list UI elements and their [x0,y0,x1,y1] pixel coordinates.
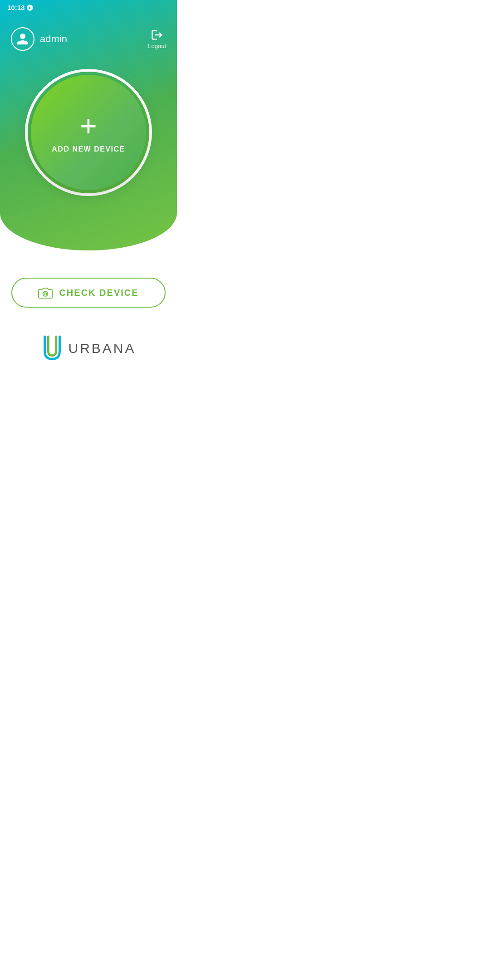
logout-button[interactable]: Logout [148,29,166,49]
user-avatar-icon [16,32,29,46]
avatar [11,27,34,51]
urbana-u-logo [41,335,64,362]
svg-point-7 [44,293,47,295]
add-device-container: + ADD NEW DEVICE [25,69,152,196]
logo-container: URBANA [41,335,136,362]
logout-icon [150,29,164,41]
app-header: admin Logout [0,23,177,64]
add-device-label: ADD NEW DEVICE [52,145,125,153]
status-bar: 10:18 9.1KB/s [0,0,177,14]
check-device-label: CHECK DEVICE [59,288,138,298]
check-device-button[interactable]: CHECK DEVICE [11,278,166,308]
top-section: admin Logout + ADD NEW DEVICE [0,0,177,250]
svg-point-6 [43,291,48,296]
app-icon [26,4,34,11]
add-device-inner: + ADD NEW DEVICE [31,75,146,190]
logout-label: Logout [148,43,166,49]
user-info: admin [11,27,67,51]
status-time: 10:18 [7,4,34,11]
add-device-button[interactable]: + ADD NEW DEVICE [25,69,152,196]
plus-icon: + [80,112,97,141]
username-label: admin [40,33,67,45]
urbana-logo-text: URBANA [68,341,136,356]
bottom-section: CHECK DEVICE URBANA [0,250,177,380]
camera-icon [38,287,53,299]
